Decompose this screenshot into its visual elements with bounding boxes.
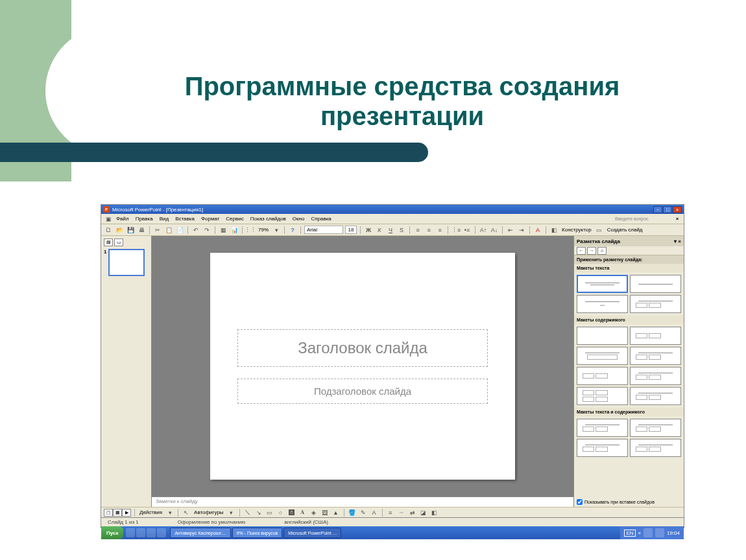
slide-thumbnail-1[interactable]: 1 [104,249,149,276]
font-color2-icon[interactable]: A [370,508,379,517]
decrease-indent-icon[interactable]: ⇤ [506,226,515,235]
close-document-button[interactable]: × [673,216,681,222]
autoshapes-dropdown-icon[interactable]: ▾ [227,508,236,517]
layout-title-2content[interactable] [630,347,681,365]
italic-icon[interactable]: К [375,226,384,235]
diagram-icon[interactable]: ◈ [309,508,319,517]
slideshow-view-button[interactable]: ▶ [122,509,131,517]
ql-icon-4[interactable] [157,528,166,537]
shadow-style-icon[interactable]: ◪ [419,508,428,517]
table-icon[interactable]: ▦ [219,226,228,235]
shadow-icon[interactable]: S [397,226,406,235]
picture-icon[interactable]: ▲ [331,508,341,517]
actions-menu[interactable]: Действия [138,509,163,515]
dash-style-icon[interactable]: ┈ [397,508,406,517]
tray-icon-1[interactable] [644,528,653,537]
layout-title-2content-b[interactable] [630,367,681,385]
tray-chevron-icon[interactable]: « [638,530,641,536]
layout-4content[interactable] [577,387,628,405]
task-antivirus[interactable]: Антивирус Касперског… [170,528,230,538]
undo-icon[interactable]: ↶ [191,226,200,235]
clipart-icon[interactable]: 🖼 [320,508,330,517]
actions-dropdown-icon[interactable]: ▾ [165,508,174,517]
increase-font-icon[interactable]: A↑ [479,226,488,235]
help-icon[interactable]: ? [288,226,297,235]
task-scan[interactable]: 9% - Поиск вирусов [232,528,283,538]
arrow-icon[interactable]: ↘ [254,508,263,517]
layout-content-text[interactable] [630,419,681,437]
align-center-icon[interactable]: ≡ [424,226,433,235]
wordart-icon[interactable]: 𝐀 [298,508,307,517]
copy-icon[interactable]: 📋 [164,226,173,235]
layout-blank[interactable] [577,327,628,345]
zoom-dropdown-icon[interactable]: ▾ [272,226,281,235]
oval-icon[interactable]: ○ [276,508,285,517]
new-slide-button[interactable]: Создать слайд [606,227,644,233]
arrow-style-icon[interactable]: ⇄ [408,508,417,517]
task-powerpoint[interactable]: Microsoft PowerPoint … [283,528,341,538]
chart-icon[interactable]: 📊 [230,226,239,235]
title-placeholder[interactable]: Заголовок слайда [237,329,487,367]
menu-tools[interactable]: Сервис [223,216,247,222]
menu-help[interactable]: Справка [307,216,334,222]
layout-content[interactable] [630,327,681,345]
tray-icon-2[interactable] [655,528,664,537]
font-name-select[interactable]: Arial [304,226,343,234]
sorter-view-button[interactable]: ▦ [113,509,122,517]
layout-title-only[interactable] [630,275,681,293]
menu-window[interactable]: Окно [289,216,308,222]
paste-icon[interactable]: 📄 [175,226,184,235]
menu-format[interactable]: Формат [198,216,223,222]
show-on-insert-checkbox[interactable] [577,499,583,505]
underline-icon[interactable]: Ч [386,226,395,235]
new-slide-icon[interactable]: ▭ [595,226,604,235]
layout-2content-vert[interactable] [577,367,628,385]
constructor-button[interactable]: Конструктор [560,227,593,233]
bold-icon[interactable]: Ж [364,226,373,235]
layout-title-slide[interactable] [577,275,628,293]
ql-icon-3[interactable] [147,528,156,537]
3d-style-icon[interactable]: ◧ [430,508,439,517]
nav-back-icon[interactable]: ← [577,247,586,255]
autoshapes-menu[interactable]: Автофигуры [193,509,225,515]
nav-fwd-icon[interactable]: → [587,247,596,255]
subtitle-placeholder[interactable]: Подзаголовок слайда [237,379,487,404]
layout-two-col-text[interactable] [630,295,681,313]
open-icon[interactable]: 📂 [115,226,124,235]
menu-file[interactable]: Файл [113,216,132,222]
menu-slideshow[interactable]: Показ слайдов [247,216,289,222]
show-grid-icon[interactable]: ⋮⋮ [246,226,255,235]
save-icon[interactable]: 💾 [126,226,135,235]
decrease-font-icon[interactable]: A↓ [490,226,499,235]
cut-icon[interactable]: ✂ [153,226,162,235]
ql-icon-1[interactable] [126,528,135,537]
nav-home-icon[interactable]: ⌂ [597,247,607,255]
layout-title-4content[interactable] [630,387,681,405]
app-menu-icon[interactable]: ▣ [104,215,113,224]
ql-icon-2[interactable] [136,528,145,537]
layout-title-content[interactable] [577,347,628,365]
menu-edit[interactable]: Правка [132,216,156,222]
maximize-button[interactable]: □ [663,206,672,213]
align-left-icon[interactable]: ≡ [413,226,422,235]
align-right-icon[interactable]: ≡ [435,226,444,235]
line-style-icon[interactable]: ≡ [386,508,395,517]
slide-canvas[interactable]: Заголовок слайда Подзаголовок слайда [152,236,573,496]
menu-view[interactable]: Вид [156,216,172,222]
taskpane-close-icon[interactable]: ▾ × [674,239,681,244]
minimize-button[interactable]: − [653,206,662,213]
increase-indent-icon[interactable]: ⇥ [517,226,526,235]
layout-title-text[interactable]: •••• [577,295,628,313]
bullets-icon[interactable]: •≡ [463,226,472,235]
layout-text-content[interactable] [577,419,628,437]
layout-2content-text[interactable] [630,439,681,457]
font-size-select[interactable]: 18 [345,226,357,234]
line-color-icon[interactable]: ✎ [359,508,368,517]
close-button[interactable]: × [673,206,682,213]
line-icon[interactable]: ＼ [243,508,252,517]
normal-view-button[interactable]: ▢ [104,509,113,517]
textbox-icon[interactable]: 🅰 [287,508,296,517]
start-button[interactable]: Пуск [101,526,123,539]
outline-tab[interactable]: ▤ [104,239,113,246]
zoom-value[interactable]: 79% [257,227,270,233]
